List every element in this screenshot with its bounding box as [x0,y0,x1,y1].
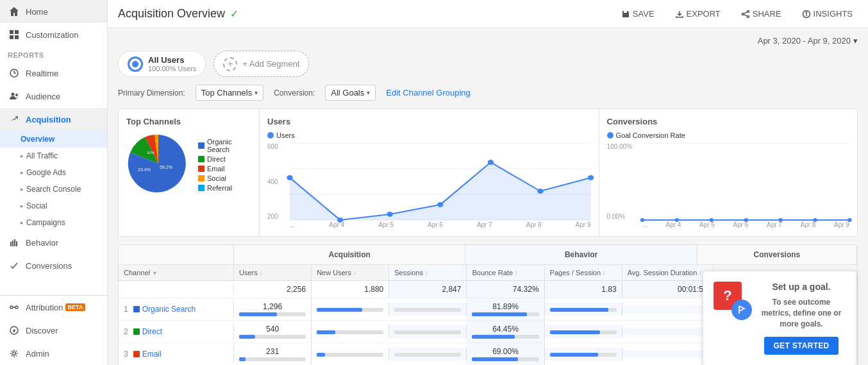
insights-button[interactable]: INSIGHTS [797,6,858,21]
get-started-button[interactable]: GET STARTED [764,337,838,355]
conversions-line-svg [642,143,849,220]
add-segment-button[interactable]: + + Add Segment [213,51,309,77]
svg-point-14 [15,306,18,309]
sidebar-item-admin[interactable]: Admin [0,342,107,365]
conv-x-apr7: Apr 7 [767,221,782,228]
header-actions: SAVE EXPORT SHARE INSIGHTS [616,6,858,21]
svg-point-13 [10,306,13,309]
sidebar-item-behavior[interactable]: Behavior [0,231,107,254]
sessions-col-header[interactable]: Sessions ↕ [389,265,467,280]
charts-section: Top Channels 58.2% [118,108,858,237]
users-bar [239,312,277,316]
save-button[interactable]: SAVE [616,6,660,21]
bounce-rate-col-header[interactable]: Bounce Rate ↕ [467,265,544,280]
sessions-bar-container [394,330,461,334]
sidebar-item-discover[interactable]: Discover [0,319,107,342]
conv-x-apr9: Apr 9 [834,221,849,228]
row-rank: 1 [124,305,128,314]
x-label-apr6: Apr 6 [428,221,443,228]
x-label-apr8: Apr 8 [526,221,542,228]
sidebar-item-customization[interactable]: Customization [0,23,107,46]
attribution-beta-badge: BETA [65,303,86,311]
sidebar-sub-overview[interactable]: Overview [0,131,107,148]
all-users-segment[interactable]: All Users 100.00% Users [118,51,206,77]
export-button[interactable]: EXPORT [670,6,726,21]
legend-dot-referral [198,185,204,191]
sidebar-sub-campaigns[interactable]: ▸ Campaigns [0,214,107,231]
top-channels-title: Top Channels [126,117,251,126]
users-col-header[interactable]: Users ↕ [234,265,312,280]
sidebar-item-realtime[interactable]: Realtime [0,62,107,85]
row-users-cell: 231 [234,343,312,365]
avg-session-col-header[interactable]: Avg. Session Duration ↕ [622,265,714,280]
verified-icon: ✓ [230,8,238,20]
primary-dimension-select[interactable]: Top Channels ▾ [196,85,264,101]
pages-session-col-label: Pages / Session [550,269,601,276]
total-sessions: 2,847 [389,281,467,298]
row-bounce-cell: 69.00% [467,343,544,365]
totals-label [119,285,234,293]
popup-title: Set up a goal. [757,282,846,292]
main-content: Acquisition Overview ✓ SAVE EXPORT SHARE… [108,0,868,365]
legend-dot-direct [198,156,204,162]
content-area: Apr 3, 2020 - Apr 9, 2020 ▾ All Users 10… [108,28,868,365]
pie-chart-container: 58.2% 23.4% 10% Organic Search Direct [126,132,251,198]
sidebar-item-attribution[interactable]: Attribution BETA [0,296,107,319]
bounce-rate-value: 81.89% [492,302,519,311]
users-bar-container [239,312,306,316]
channel-link[interactable]: Direct [142,327,162,336]
conv-x-apr5: Apr 5 [699,221,715,228]
sidebar-sub-google-ads[interactable]: ▸ Google Ads [0,164,107,181]
sidebar-item-acquisition[interactable]: Acquisition [0,108,107,131]
avg-session-sort-icon: ↕ [699,269,702,276]
add-segment-label: + Add Segment [242,59,299,69]
reports-section-label: REPORTS [0,46,107,62]
row-bounce-cell: 64.45% [467,321,544,343]
pages-session-col-header[interactable]: Pages / Session ↕ [545,265,622,280]
share-button[interactable]: SHARE [736,6,787,21]
svg-point-25 [806,12,807,13]
conversion-select[interactable]: All Goals ▾ [325,85,376,101]
campaigns-label: Campaigns [26,218,65,227]
row-rank: 2 [124,327,128,336]
channel-link[interactable]: Organic Search [142,305,196,314]
sidebar-sub-search-console[interactable]: ▸ Search Console [0,181,107,198]
sidebar-item-home[interactable]: Home [0,0,107,23]
attribution-label: Attribution [26,303,63,312]
sidebar-bottom: Attribution BETA Discover Admin [0,295,107,365]
edit-channel-grouping-link[interactable]: Edit Channel Grouping [386,88,471,98]
svg-rect-0 [10,30,13,34]
row-users-cell: 1,296 [234,298,312,320]
customization-label: Customization [26,30,78,40]
legend-referral: Referral [198,184,251,192]
users-value: 540 [266,325,279,334]
users-dot [267,132,274,139]
new-users-bar [317,330,335,334]
search-console-label: Search Console [26,185,81,194]
conversion-arrow: ▾ [367,89,370,96]
acquisition-label: Acquisition [26,115,71,124]
new-users-bar-container [317,308,383,312]
popup-text-area: Set up a goal. To see outcome metrics, d… [757,282,846,355]
legend-dot-organic [198,142,204,149]
row-sessions-cell [389,348,467,361]
sidebar-sub-all-traffic[interactable]: ▸ All Traffic [0,148,107,164]
svg-point-38 [488,160,494,165]
x-label-apr5: Apr 5 [378,221,394,228]
users-chart-title: Users [267,117,591,126]
row-bounce-cell: 81.89% [467,298,544,320]
svg-point-19 [742,13,744,15]
x-label-0: ... [290,221,295,228]
sidebar-item-audience[interactable]: Audience [0,85,107,108]
sidebar-item-conversions[interactable]: Conversions [0,254,107,277]
conversions-group-header: Conversions ? [697,245,857,264]
date-range-picker[interactable]: Apr 3, 2020 - Apr 9, 2020 ▾ [758,36,858,46]
channel-link[interactable]: Email [142,350,162,359]
svg-rect-3 [15,35,19,39]
sidebar-sub-social[interactable]: ▸ Social [0,198,107,214]
channel-col-header[interactable]: Channel ▼ [119,265,234,280]
legend-email: Email [198,165,251,173]
new-users-col-header[interactable]: New Users ↕ [312,265,389,280]
google-ads-label: Google Ads [26,168,66,177]
bounce-rate-value: 64.45% [492,325,519,334]
